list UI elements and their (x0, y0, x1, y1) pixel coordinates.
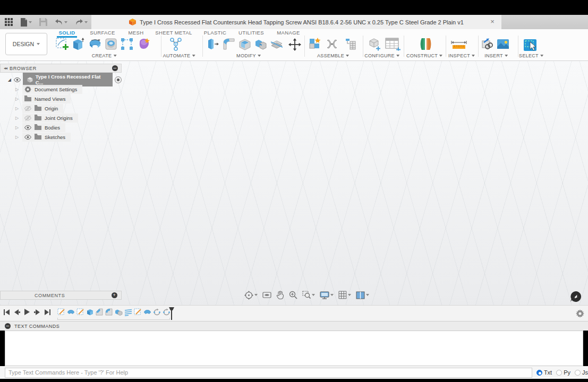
visibility-off-eye-icon[interactable] (24, 115, 31, 121)
assistant-chat-icon[interactable] (570, 291, 582, 302)
go-to-end-button[interactable] (44, 308, 51, 318)
tab-plastic[interactable]: PLASTIC (204, 30, 226, 36)
comments-bar[interactable]: COMMENTS + (0, 291, 122, 300)
timeline-settings-gear-icon[interactable] (576, 309, 584, 318)
activate-component-radio[interactable] (115, 76, 122, 83)
display-settings-button[interactable] (320, 291, 334, 299)
component-pattern-button[interactable] (343, 37, 357, 51)
text-commands-header[interactable]: ‒ TEXT COMMANDS (0, 321, 588, 331)
expand-arrow-icon[interactable]: ▷ (15, 116, 19, 120)
close-tab-icon[interactable]: × (489, 18, 496, 25)
file-menu-button[interactable] (20, 18, 32, 27)
expand-arrow-icon[interactable]: ▷ (15, 106, 19, 111)
visibility-eye-icon[interactable] (24, 134, 31, 141)
construct-plane-button[interactable] (417, 37, 431, 51)
collapse-text-commands-icon[interactable]: ‒ (5, 323, 11, 329)
new-component-button[interactable] (308, 37, 322, 51)
feature-revolve-icon[interactable] (67, 308, 75, 316)
add-comment-icon[interactable]: + (112, 292, 117, 298)
mode-js-radio[interactable]: Js (575, 369, 588, 376)
insert-derive-button[interactable] (480, 37, 493, 51)
zoom-button[interactable] (289, 291, 297, 299)
feature-combine-icon[interactable] (115, 308, 123, 316)
combine-button[interactable] (254, 37, 268, 51)
feature-extrude-icon[interactable] (86, 308, 94, 316)
feature-chamfer-icon[interactable] (96, 308, 104, 316)
group-assemble[interactable]: ASSEMBLE (317, 53, 349, 58)
extrude-button[interactable] (71, 37, 85, 51)
joint-button[interactable] (325, 37, 339, 51)
group-construct[interactable]: CONSTRUCT (406, 53, 442, 58)
feature-sketch-icon[interactable] (134, 308, 142, 316)
expand-arrow-icon[interactable]: ▷ (15, 97, 19, 101)
save-button[interactable] (39, 18, 47, 26)
visibility-eye-icon[interactable] (14, 76, 21, 83)
feature-thread-icon[interactable] (124, 308, 132, 316)
tab-sheet-metal[interactable]: SHEET METAL (155, 30, 192, 36)
feature-sketch-icon[interactable] (76, 308, 84, 316)
timeline-playhead-marker[interactable] (168, 307, 175, 322)
group-insert[interactable]: INSERT (484, 53, 508, 58)
group-automate[interactable]: AUTOMATE (163, 53, 195, 58)
feature-revolve-icon[interactable] (143, 308, 151, 316)
configuration-table-button[interactable] (385, 37, 398, 51)
look-at-button[interactable] (262, 291, 271, 299)
browser-row-document-settings[interactable]: ▷ Document Settings (0, 84, 122, 94)
browser-row-origin[interactable]: ▷ Origin (0, 103, 122, 113)
sketch-dimension-button[interactable] (120, 37, 134, 51)
workspace-selector[interactable]: DESIGN (5, 33, 47, 55)
redo-button[interactable] (75, 19, 88, 25)
viewport-3d[interactable]: Y TOP FRONT RIGHT Z X ◂◂ BROWSER ‒ ◢ (0, 61, 588, 305)
mode-txt-radio[interactable]: Txt (536, 369, 552, 376)
step-back-button[interactable] (13, 308, 20, 318)
browser-row-sketches[interactable]: ▷ Sketches (0, 132, 122, 142)
viewports-button[interactable] (356, 291, 369, 299)
text-commands-input[interactable] (5, 368, 532, 378)
primitive-cylinder-button[interactable] (104, 37, 118, 51)
browser-row-named-views[interactable]: ▷ Named Views (0, 94, 122, 103)
zoom-window-button[interactable] (302, 291, 315, 299)
expand-arrow-icon[interactable]: ◢ (7, 77, 12, 82)
tab-mesh[interactable]: MESH (128, 30, 143, 36)
shell-button[interactable] (238, 37, 252, 51)
tab-solid[interactable]: SOLID (58, 30, 75, 36)
browser-row-joint-origins[interactable]: ▷ Joint Origins (0, 113, 122, 123)
create-form-button[interactable] (137, 37, 151, 51)
tab-manage[interactable]: MANAGE (277, 30, 300, 36)
text-commands-output[interactable] (5, 331, 583, 366)
browser-row-bodies[interactable]: ▷ Bodies (0, 123, 122, 132)
group-create[interactable]: CREATE (92, 53, 117, 58)
expand-arrow-icon[interactable]: ▷ (15, 87, 19, 92)
step-forward-button[interactable] (34, 308, 41, 318)
feature-fillet-icon[interactable] (105, 308, 113, 316)
group-inspect[interactable]: INSPECT (448, 53, 475, 58)
expand-arrow-icon[interactable]: ▷ (15, 135, 19, 140)
group-select[interactable]: SELECT (519, 53, 543, 58)
browser-root-row[interactable]: ◢ Type I Cross Recessed Flat C... (0, 75, 122, 84)
browser-header[interactable]: ◂◂ BROWSER ‒ (0, 64, 122, 73)
create-sketch-button[interactable] (55, 37, 69, 51)
browser-minimize-icon[interactable]: ‒ (112, 65, 118, 71)
app-grid-icon[interactable] (5, 18, 13, 26)
grid-settings-button[interactable] (338, 291, 351, 299)
press-pull-button[interactable] (206, 37, 220, 51)
feature-sketch-icon[interactable] (57, 308, 65, 316)
fillet-button[interactable] (222, 37, 236, 51)
select-button[interactable] (523, 37, 538, 52)
revolve-button[interactable] (88, 37, 102, 51)
visibility-off-eye-icon[interactable] (24, 105, 31, 112)
measure-button[interactable] (450, 38, 464, 52)
orbit-button[interactable] (244, 291, 258, 300)
expand-arrow-icon[interactable]: ▷ (15, 125, 19, 130)
pan-button[interactable] (276, 291, 284, 299)
group-modify[interactable]: MODIFY (236, 53, 261, 58)
insert-canvas-button[interactable] (496, 37, 510, 51)
configuration-button[interactable] (368, 37, 381, 51)
feature-circular-pattern-icon[interactable] (153, 308, 161, 316)
visibility-eye-icon[interactable] (24, 124, 31, 131)
automate-configure-button[interactable] (169, 37, 183, 51)
play-button[interactable] (23, 308, 31, 318)
tab-surface[interactable]: SURFACE (90, 30, 115, 36)
tab-utilities[interactable]: UTILITIES (238, 30, 264, 36)
undo-button[interactable] (55, 19, 67, 25)
